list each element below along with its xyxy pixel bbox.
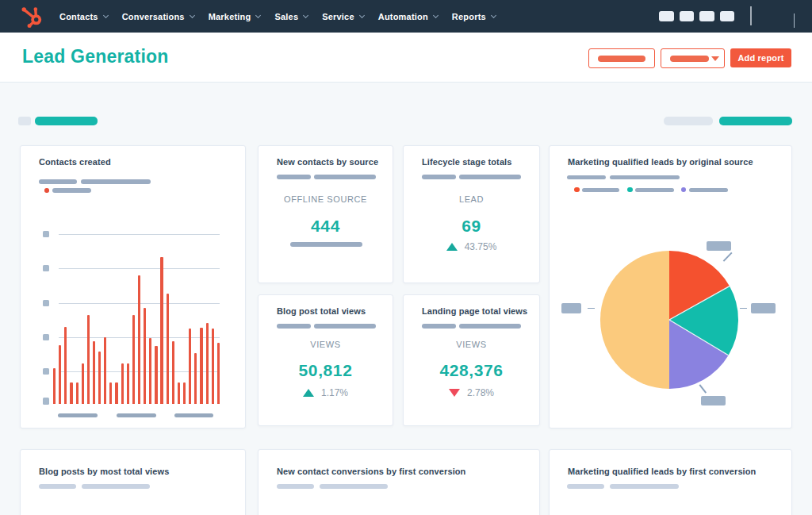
chart-bar xyxy=(189,329,191,404)
subtitle-placeholder xyxy=(459,175,521,179)
hubspot-dashboard-page: ContactsConversationsMarketingSalesServi… xyxy=(0,0,812,515)
chevron-down-icon xyxy=(794,13,795,28)
subtitle-placeholder xyxy=(39,484,76,489)
nav-placeholder-icon[interactable] xyxy=(680,11,695,21)
subtitle-placeholder xyxy=(610,484,679,489)
card-mql-by-first-conversion: Marketing qualified leads by first conve… xyxy=(549,449,792,515)
pie-label-placeholder xyxy=(561,303,581,313)
kpi-delta: 2.78% xyxy=(404,387,539,398)
dashboard-actions-dropdown[interactable] xyxy=(661,48,725,68)
nav-item-label: Sales xyxy=(274,12,298,21)
kpi-delta: 1.17% xyxy=(259,387,393,398)
kpi-value: 444 xyxy=(259,217,393,236)
nav-item-conversations[interactable]: Conversations xyxy=(122,12,194,21)
chart-bar xyxy=(121,363,124,404)
chart-bar xyxy=(132,315,135,404)
card-title: New contacts by source xyxy=(277,157,378,167)
nav-menu: ContactsConversationsMarketingSalesServi… xyxy=(59,0,510,33)
legend-dot xyxy=(627,187,633,193)
pie-callout-line xyxy=(740,308,747,309)
nav-item-label: Automation xyxy=(378,12,428,21)
card-title: Marketing qualified leads by original so… xyxy=(568,157,753,167)
chart-bar xyxy=(98,352,101,404)
pie-callout-line xyxy=(588,308,595,309)
chart-bar xyxy=(178,382,180,404)
card-title: Blog posts by most total views xyxy=(39,467,169,476)
delta-triangle-icon xyxy=(449,389,460,397)
chart-bar xyxy=(212,329,214,404)
hubspot-logo-icon[interactable] xyxy=(21,4,49,33)
chart-bar xyxy=(206,323,209,404)
filter-placeholder-text xyxy=(598,56,645,62)
chart-bar xyxy=(183,382,186,404)
legend-label-placeholder xyxy=(635,188,674,192)
nav-placeholder-icon[interactable] xyxy=(659,11,674,21)
kpi-value: 50,812 xyxy=(259,361,393,380)
nav-item-marketing[interactable]: Marketing xyxy=(209,12,261,21)
kpi-value: 428,376 xyxy=(404,361,539,380)
nav-placeholder-icon[interactable] xyxy=(699,11,714,21)
chevron-down-icon xyxy=(491,12,496,17)
chart-bar xyxy=(172,341,174,404)
legend-dot xyxy=(681,187,687,193)
pie-slice xyxy=(600,251,669,389)
y-axis-tick-placeholder xyxy=(43,368,50,375)
chart-bar xyxy=(115,382,117,405)
nav-item-reports[interactable]: Reports xyxy=(452,12,496,21)
page-header: Lead Generation Add report xyxy=(0,33,812,83)
chart-bar xyxy=(76,382,79,404)
gridline xyxy=(59,234,220,235)
dashboard-name-placeholder xyxy=(35,117,98,125)
chart-bar xyxy=(160,257,163,404)
card-blog-post-total-views: Blog post total views VIEWS 50,812 1.17% xyxy=(258,294,393,426)
y-axis-tick-placeholder xyxy=(43,265,50,272)
nav-item-service[interactable]: Service xyxy=(322,12,364,21)
pie-label-placeholder xyxy=(701,396,726,406)
top-nav: ContactsConversationsMarketingSalesServi… xyxy=(0,0,812,33)
chart-bar xyxy=(138,275,140,405)
y-axis-tick-placeholder xyxy=(43,398,50,405)
subtitle-placeholder xyxy=(277,324,311,329)
nav-item-automation[interactable]: Automation xyxy=(378,12,438,21)
kpi-value: 69 xyxy=(404,217,539,236)
kpi-label: VIEWS xyxy=(404,340,539,349)
x-axis-label-placeholder xyxy=(58,413,98,418)
delta-triangle-icon xyxy=(303,389,314,397)
delta-text: 1.17% xyxy=(321,387,348,398)
chart-bar xyxy=(53,368,56,405)
chevron-down-icon xyxy=(359,12,365,17)
pie-label-placeholder xyxy=(751,303,776,313)
nav-item-label: Contacts xyxy=(59,12,98,21)
chart-bar xyxy=(82,363,84,405)
nav-placeholder-icon[interactable] xyxy=(720,11,735,21)
chart-bar xyxy=(104,337,106,404)
card-title: Marketing qualified leads by first conve… xyxy=(568,467,756,476)
pie-label-placeholder xyxy=(707,241,731,252)
kpi-delta: 43.75% xyxy=(404,241,539,252)
y-axis-tick-placeholder xyxy=(43,300,50,307)
nav-divider xyxy=(750,6,752,25)
chevron-down-icon xyxy=(255,12,261,17)
chart-bar xyxy=(149,338,151,404)
card-title: Lifecycle stage totals xyxy=(422,157,511,167)
chart-bar xyxy=(87,315,90,404)
chevron-down-icon xyxy=(190,12,195,17)
chart-bar xyxy=(127,363,129,405)
chart-bar xyxy=(109,382,112,405)
pie-chart xyxy=(599,250,739,390)
nav-icon-group xyxy=(659,11,740,21)
delta-triangle-icon xyxy=(446,243,458,251)
dashboard-filter-button[interactable] xyxy=(588,48,655,68)
nav-item-sales[interactable]: Sales xyxy=(274,12,308,21)
delta-text: 2.78% xyxy=(467,387,494,398)
subtitle-placeholder xyxy=(422,175,456,179)
chart-bar xyxy=(194,353,197,404)
nav-item-contacts[interactable]: Contacts xyxy=(59,12,108,21)
chevron-down-icon xyxy=(433,12,439,17)
add-report-button[interactable]: Add report xyxy=(730,48,791,67)
account-menu-button[interactable] xyxy=(794,13,795,28)
dashboard-subtitle-placeholder xyxy=(18,117,31,125)
subtitle-placeholder xyxy=(320,484,388,489)
subtitle-placeholder xyxy=(610,175,680,180)
chart-bar xyxy=(70,382,72,404)
